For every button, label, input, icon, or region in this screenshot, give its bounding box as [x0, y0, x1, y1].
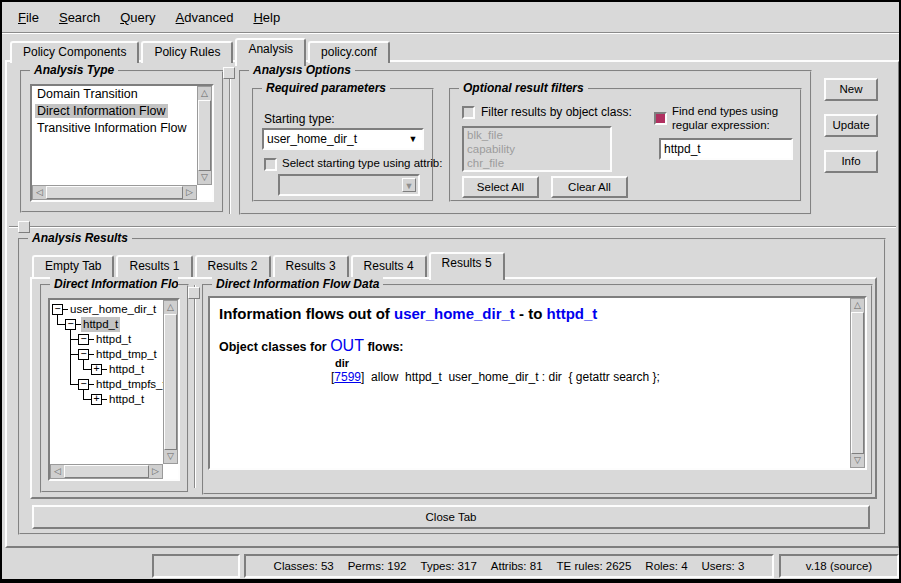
- results-tab-empty-tab[interactable]: Empty Tab: [32, 255, 114, 277]
- scroll-thumb[interactable]: [198, 100, 211, 171]
- results-tab-results-4[interactable]: Results 4: [351, 255, 427, 277]
- update-button[interactable]: Update: [824, 114, 878, 137]
- scroll-left-icon[interactable]: ◁: [33, 186, 46, 199]
- tab-policy-components[interactable]: Policy Components: [10, 41, 139, 63]
- status-stat: TE rules: 2625: [557, 560, 632, 572]
- scroll-right-icon[interactable]: ▷: [149, 465, 162, 478]
- menu-file[interactable]: File: [8, 3, 49, 33]
- clear-all-button[interactable]: Clear All: [551, 176, 628, 198]
- analysis-type-option[interactable]: Direct Information Flow: [32, 103, 197, 120]
- analysis-type-hscrollbar[interactable]: ◁▷: [32, 185, 197, 200]
- flow-subhead: Object classes for OUT flows:: [219, 337, 841, 355]
- pane-sash-handle[interactable]: [188, 287, 200, 299]
- tree-node-httpd-t[interactable]: httpd_t: [81, 317, 120, 332]
- tree-row: +httpd_t: [50, 362, 163, 377]
- tree-expand-icon[interactable]: +: [91, 364, 102, 375]
- filter-by-class-checkbox[interactable]: [462, 106, 475, 119]
- status-stats-box: Classes: 53Perms: 192Types: 317Attribs: …: [244, 554, 774, 578]
- scroll-down-icon[interactable]: ▽: [851, 454, 864, 467]
- tree-row: −httpd_t: [50, 332, 163, 347]
- starting-type-combobox[interactable]: user_home_dir_t ▼: [262, 128, 424, 150]
- tree-node-httpd-tmp-t[interactable]: httpd_tmp_t: [94, 347, 159, 362]
- scroll-thumb[interactable]: [64, 465, 149, 478]
- flow-tree[interactable]: −user_home_dir_t−httpd_t−httpd_t−httpd_t…: [48, 298, 180, 481]
- flow-tree-vscrollbar[interactable]: △▽: [163, 300, 178, 464]
- object-class-item: capability: [464, 142, 610, 156]
- tree-node-httpd-tmpfs-t[interactable]: httpd_tmpfs_t: [94, 377, 163, 392]
- analysis-results-title: Analysis Results: [28, 231, 132, 245]
- pane-sash-handle[interactable]: [223, 67, 235, 79]
- object-class-item: blk_file: [464, 128, 610, 142]
- pane-sash-handle[interactable]: [18, 221, 30, 233]
- flow-data-title: Direct Information Flow Data: [212, 277, 383, 291]
- tree-line: [70, 362, 71, 377]
- analysis-type-option[interactable]: Transitive Information Flow: [32, 120, 197, 137]
- scroll-up-icon[interactable]: △: [851, 299, 864, 312]
- info-button[interactable]: Info: [824, 150, 878, 173]
- content-frame: Analysis Type Domain TransitionDirect In…: [5, 60, 900, 548]
- scroll-up-icon[interactable]: △: [198, 87, 211, 100]
- chevron-down-icon[interactable]: ▼: [406, 132, 420, 146]
- tree-node-user-home-dir-t[interactable]: user_home_dir_t: [68, 302, 158, 317]
- tree-collapse-icon[interactable]: −: [78, 349, 89, 360]
- tree-row: −httpd_tmpfs_t: [50, 377, 163, 392]
- tree-node-httpd-t[interactable]: httpd_t: [94, 332, 133, 347]
- tree-collapse-icon[interactable]: −: [52, 304, 63, 315]
- tree-collapse-icon[interactable]: −: [78, 334, 89, 345]
- analysis-type-option[interactable]: Domain Transition: [32, 86, 197, 103]
- results-tab-results-2[interactable]: Results 2: [195, 255, 271, 277]
- flow-data-frame: Direct Information Flow Data Information…: [202, 284, 873, 495]
- status-stat: Users: 3: [702, 560, 745, 572]
- status-stat: Attribs: 81: [491, 560, 543, 572]
- results-tab-results-5[interactable]: Results 5: [429, 252, 505, 280]
- results-tab-results-3[interactable]: Results 3: [273, 255, 349, 277]
- tree-node-httpd-t[interactable]: httpd_t: [107, 392, 146, 407]
- new-button[interactable]: New: [824, 78, 878, 101]
- scroll-down-icon[interactable]: ▽: [198, 171, 211, 184]
- attrib-checkbox[interactable]: [264, 158, 277, 171]
- required-params-frame: Required parameters Starting type: user_…: [252, 88, 434, 202]
- status-stat: Types: 317: [421, 560, 477, 572]
- tree-node-httpd-t[interactable]: httpd_t: [107, 362, 146, 377]
- scroll-left-icon[interactable]: ◁: [51, 465, 64, 478]
- analysis-type-vscrollbar[interactable]: △▽: [197, 86, 212, 185]
- flow-data-vscrollbar[interactable]: △▽: [850, 298, 865, 468]
- regex-input[interactable]: [659, 138, 793, 160]
- attrib-checkbox-label: Select starting type using attrib:: [282, 157, 442, 169]
- regex-checkbox[interactable]: [654, 112, 667, 125]
- tree-collapse-icon[interactable]: −: [78, 379, 89, 390]
- scroll-thumb[interactable]: [851, 312, 864, 454]
- tree-collapse-icon[interactable]: −: [65, 319, 76, 330]
- scroll-up-icon[interactable]: △: [164, 301, 177, 314]
- tree-row: +httpd_t: [50, 392, 163, 407]
- select-all-button[interactable]: Select All: [462, 176, 539, 198]
- menu-separator: [2, 32, 899, 34]
- tab-policy-conf[interactable]: policy.conf: [308, 41, 390, 63]
- tab-policy-rules[interactable]: Policy Rules: [141, 41, 233, 63]
- status-version-box: v.18 (source): [779, 554, 899, 578]
- status-stat: Classes: 53: [274, 560, 334, 572]
- results-content-frame: Direct Information Flow Tree −user_home_…: [30, 277, 877, 499]
- menu-bar: FileSearchQueryAdvancedHelp: [2, 2, 899, 32]
- tree-line: [83, 399, 91, 400]
- optional-filters-frame: Optional result filters Filter results b…: [449, 88, 802, 202]
- flow-data-textarea[interactable]: Information flows out of user_home_dir_t…: [208, 296, 867, 470]
- analysis-type-option-label: Domain Transition: [35, 87, 140, 101]
- tab-analysis[interactable]: Analysis: [235, 38, 306, 66]
- scroll-thumb[interactable]: [46, 186, 183, 199]
- rule-number-link[interactable]: 7599: [334, 370, 361, 384]
- main-tab-bar: Policy ComponentsPolicy RulesAnalysispol…: [10, 38, 392, 64]
- scroll-down-icon[interactable]: ▽: [164, 450, 177, 463]
- tree-row: −httpd_t: [50, 317, 163, 332]
- menu-search[interactable]: Search: [49, 3, 110, 33]
- menu-query[interactable]: Query: [110, 3, 165, 33]
- menu-advanced[interactable]: Advanced: [166, 3, 244, 33]
- tree-expand-icon[interactable]: +: [91, 394, 102, 405]
- flow-tree-hscrollbar[interactable]: ◁▷: [50, 464, 163, 479]
- scroll-right-icon[interactable]: ▷: [183, 186, 196, 199]
- scroll-thumb[interactable]: [164, 314, 177, 450]
- menu-help[interactable]: Help: [243, 3, 290, 33]
- results-tab-results-1[interactable]: Results 1: [116, 255, 192, 277]
- analysis-type-listbox[interactable]: Domain TransitionDirect Information Flow…: [30, 84, 214, 202]
- close-tab-button[interactable]: Close Tab: [32, 505, 870, 529]
